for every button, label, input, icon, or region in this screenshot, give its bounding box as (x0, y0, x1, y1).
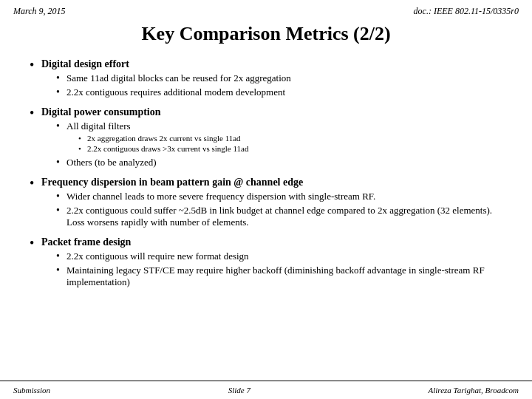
bullet-label-3: Packet frame design (41, 236, 131, 248)
sub-content-2-1: 2.2x contiguous could suffer ~2.5dB in l… (66, 205, 502, 228)
sub-text-0-0: Same 11ad digital blocks can be reused f… (66, 72, 291, 83)
sub-list-2: •Wider channel leads to more severe freq… (56, 191, 502, 228)
sub-text-3-0: 2.2x contiguous will require new format … (66, 250, 249, 262)
sub-sub-text-1-0-0: 2x aggregation draws 2x current vs singl… (87, 134, 241, 143)
sub-text-0-1: 2.2x contiguous requires additional mode… (66, 86, 285, 98)
sub-sub-item-1-0-0: •2x aggregation draws 2x current vs sing… (78, 134, 248, 143)
bullet-item-2: •Frequency dispersion in beam pattern ga… (30, 177, 502, 231)
bullet-content-3: Packet frame design•2.2x contiguous will… (41, 236, 502, 290)
bullet-content-0: Digital design effort•Same 11ad digital … (41, 58, 291, 100)
sub-dot-3-1: • (56, 265, 66, 276)
sub-sub-dot-1-0-0: • (78, 134, 87, 143)
sub-content-2-0: Wider channel leads to more severe frequ… (66, 191, 375, 202)
sub-text-1-1: Others (to be analyzed) (66, 157, 157, 168)
bullet-item-3: •Packet frame design•2.2x contiguous wil… (30, 236, 502, 290)
sub-text-2-0: Wider channel leads to more severe frequ… (66, 191, 375, 202)
bullet-dot-3: • (30, 236, 41, 252)
bullet-dot-1: • (30, 106, 41, 122)
header-doc: doc.: IEEE 802.11-15/0335r0 (414, 6, 519, 17)
sub-list-3: •2.2x contiguous will require new format… (56, 250, 502, 288)
sub-content-3-0: 2.2x contiguous will require new format … (66, 250, 249, 262)
sub-content-1-0: All digital filters•2x aggregation draws… (66, 120, 248, 154)
sub-dot-2-0: • (56, 191, 66, 202)
sub-item-1-0: •All digital filters•2x aggregation draw… (56, 120, 248, 154)
footer-left: Submission (13, 386, 50, 395)
footer-center: Slide 7 (228, 386, 250, 395)
sub-sub-text-1-0-1: 2.2x contiguous draws >3x current vs sin… (87, 144, 248, 153)
sub-item-3-1: •Maintaining legacy STF/CE may require h… (56, 265, 502, 288)
sub-content-0-1: 2.2x contiguous requires additional mode… (66, 86, 285, 98)
header-date: March 9, 2015 (13, 6, 66, 17)
bullet-item-1: •Digital power consumption•All digital f… (30, 106, 502, 171)
sub-dot-1-0: • (56, 120, 66, 132)
sub-dot-1-1: • (56, 157, 66, 168)
bullet-label-1: Digital power consumption (41, 106, 161, 117)
sub-dot-2-1: • (56, 205, 66, 216)
sub-sub-list-1-0: •2x aggregation draws 2x current vs sing… (78, 134, 248, 153)
bullet-content-2: Frequency dispersion in beam pattern gai… (41, 177, 502, 231)
sub-text-2-1: 2.2x contiguous could suffer ~2.5dB in l… (66, 205, 492, 228)
sub-content-3-1: Maintaining legacy STF/CE may require hi… (66, 265, 502, 288)
bullet-content-1: Digital power consumption•All digital fi… (41, 106, 248, 171)
page-title: Key Comparison Metrics (2/2) (15, 23, 517, 45)
sub-item-3-0: •2.2x contiguous will require new format… (56, 250, 502, 262)
content-area: •Digital design effort•Same 11ad digital… (0, 55, 532, 299)
sub-item-2-0: •Wider channel leads to more severe freq… (56, 191, 502, 202)
sub-list-0: •Same 11ad digital blocks can be reused … (56, 72, 291, 98)
bullet-label-2: Frequency dispersion in beam pattern gai… (41, 177, 303, 188)
sub-sub-dot-1-0-1: • (78, 144, 87, 153)
sub-item-2-1: •2.2x contiguous could suffer ~2.5dB in … (56, 205, 502, 228)
footer-right: Alireza Tarighat, Broadcom (428, 386, 519, 395)
bullet-label-0: Digital design effort (41, 58, 129, 69)
sub-text-3-1: Maintaining legacy STF/CE may require hi… (66, 265, 485, 287)
sub-item-0-1: •2.2x contiguous requires additional mod… (56, 86, 291, 98)
bullet-dot-2: • (30, 176, 41, 192)
sub-item-1-1: •Others (to be analyzed) (56, 157, 248, 168)
sub-sub-item-1-0-1: •2.2x contiguous draws >3x current vs si… (78, 144, 248, 153)
sub-list-1: •All digital filters•2x aggregation draw… (56, 120, 248, 168)
sub-content-0-0: Same 11ad digital blocks can be reused f… (66, 72, 291, 84)
sub-item-0-0: •Same 11ad digital blocks can be reused … (56, 72, 291, 84)
bullet-dot-0: • (30, 58, 41, 74)
sub-dot-3-0: • (56, 250, 66, 262)
sub-text-1-0: All digital filters (66, 120, 131, 132)
sub-dot-0-0: • (56, 72, 66, 84)
sub-content-1-1: Others (to be analyzed) (66, 157, 157, 168)
sub-dot-0-1: • (56, 86, 66, 98)
bullet-item-0: •Digital design effort•Same 11ad digital… (30, 58, 502, 100)
